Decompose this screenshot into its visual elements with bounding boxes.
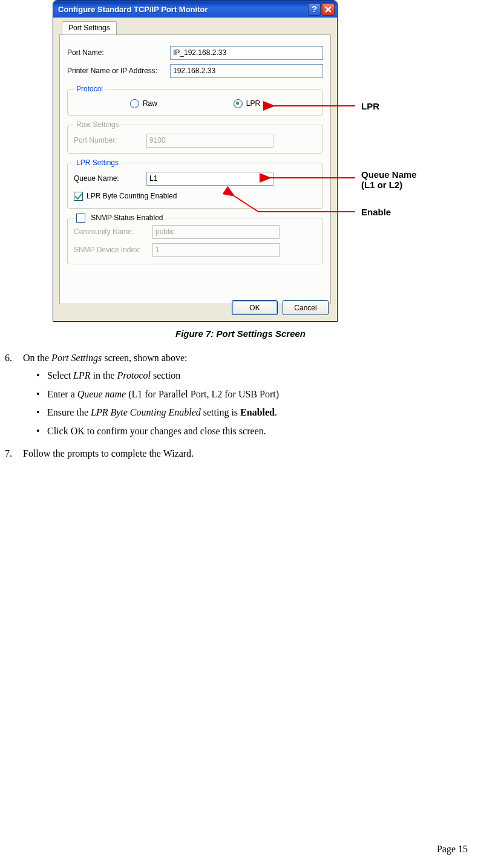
raw-settings-group: Raw Settings Port Number: [67, 120, 323, 154]
raw-radio-label: Raw [143, 99, 157, 108]
snmp-community-label: Community Name: [74, 227, 152, 236]
raw-port-input [146, 134, 273, 148]
snmp-community-input [152, 225, 280, 239]
snmp-checkbox[interactable] [76, 214, 85, 223]
titlebar: Configure Standard TCP/IP Port Monitor ? [53, 1, 337, 18]
bullet-select-lpr: Select LPR in the Protocol section [36, 368, 463, 383]
dialog-window: Configure Standard TCP/IP Port Monitor ?… [53, 0, 338, 322]
bullet-byte-counting: Ensure the LPR Byte Counting Enabled set… [36, 405, 463, 420]
screenshot: Configure Standard TCP/IP Port Monitor ?… [53, 0, 422, 330]
raw-radio[interactable] [130, 99, 139, 108]
page-number: Page 15 [437, 844, 468, 855]
bullet-enter-queue: Enter a Queue name (L1 for Parallel Port… [36, 387, 463, 402]
bullet-click-ok: Click OK to confirm your changes and clo… [36, 424, 463, 439]
lpr-queue-label: Queue Name: [74, 174, 146, 183]
lpr-queue-input[interactable] [146, 172, 273, 186]
help-button[interactable]: ? [308, 3, 321, 16]
step-7-text: Follow the prompts to complete the Wizar… [23, 446, 463, 462]
port-name-input[interactable] [170, 46, 323, 60]
printer-address-label: Printer Name or IP Address: [67, 67, 170, 75]
lpr-byte-checkbox[interactable] [74, 192, 83, 201]
tab-panel: Port Name: Printer Name or IP Address: P… [59, 34, 331, 304]
figure-caption: Figure 7: Port Settings Screen [0, 328, 481, 339]
protocol-group: Protocol Raw LPR [67, 85, 323, 116]
close-button[interactable] [322, 3, 335, 16]
body-text: 6. On the Port Settings screen, shown ab… [5, 351, 463, 464]
lpr-byte-label: LPR Byte Counting Enabled [87, 192, 177, 200]
snmp-group: SNMP Status Enabled Community Name: SNMP… [67, 214, 323, 264]
port-name-label: Port Name: [67, 48, 170, 57]
lpr-settings-group: LPR Settings Queue Name: LPR Byte Counti… [67, 158, 323, 209]
cancel-button[interactable]: Cancel [283, 300, 329, 315]
lpr-radio-label: LPR [246, 99, 260, 108]
callout-lpr: LPR [361, 101, 379, 111]
snmp-checkbox-label: SNMP Status Enabled [91, 214, 163, 222]
ok-button[interactable]: OK [232, 300, 278, 315]
step-6-number: 6. [5, 351, 23, 444]
snmp-index-input [152, 243, 280, 257]
callout-queue: Queue Name(L1 or L2) [361, 169, 417, 191]
window-title: Configure Standard TCP/IP Port Monitor [58, 5, 307, 14]
raw-settings-legend: Raw Settings [74, 120, 122, 129]
callout-enable: Enable [361, 207, 391, 217]
printer-address-input[interactable] [170, 64, 323, 78]
lpr-settings-legend: LPR Settings [74, 158, 121, 167]
lpr-radio[interactable] [234, 99, 243, 108]
protocol-legend: Protocol [74, 85, 105, 93]
raw-port-label: Port Number: [74, 136, 146, 145]
snmp-index-label: SNMP Device Index: [74, 246, 152, 254]
step-7-number: 7. [5, 446, 23, 462]
